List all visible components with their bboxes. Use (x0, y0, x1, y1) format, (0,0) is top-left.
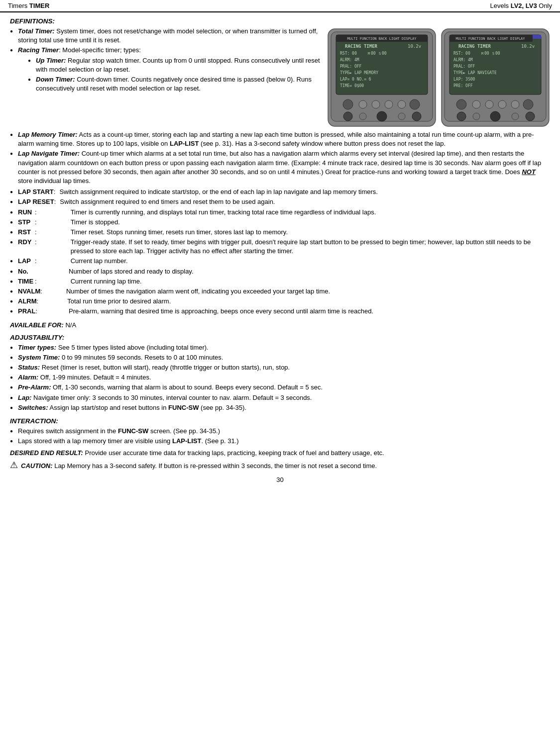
def-desc-stp: Timer is stopped. (71, 218, 550, 227)
header-right: Levels LV2, LV3 Only (490, 2, 552, 9)
def-term-rst: RST (10, 228, 35, 237)
header-left-bold: TIMER (29, 2, 49, 9)
svg-point-20 (385, 100, 393, 108)
adj-status-term: Status: (18, 364, 40, 371)
def-desc-lap: Current lap number. (71, 257, 550, 266)
def-term-time: TIME (10, 277, 35, 286)
def-term-nvalm: NVALM (10, 287, 40, 296)
up-timer-desc: Regular stop watch timer. Counts up from… (36, 57, 320, 73)
svg-point-50 (511, 100, 519, 108)
def-down-timer: Down Timer: Count-down timer. Counts neg… (28, 75, 322, 93)
def-term-lap-reset: LAP RESET (10, 197, 54, 206)
svg-text:PRAL: OFF: PRAL: OFF (453, 64, 475, 69)
adj-pre-alarm: Pre-Alarm: Off, 1-30 seconds, warning th… (10, 383, 550, 392)
def-term-alrm: ALRM (10, 297, 37, 306)
svg-point-23 (343, 112, 352, 121)
def-term-lap: LAP (10, 257, 35, 266)
total-timer-term: Total Timer: (18, 27, 55, 35)
adj-switches: Switches: Assign lap start/stop and rese… (10, 403, 550, 412)
def-term-lap-start: LAP START (10, 188, 54, 196)
lap-navigate-desc: Count-up timer which alarms at a set tot… (18, 150, 541, 185)
adj-status-desc: Reset (timer is reset, button will start… (42, 364, 290, 371)
adj-alarm: Alarm: Off, 1-99 minutes. Default = 4 mi… (10, 373, 550, 382)
adj-lap: Lap: Navigate timer only: 3 seconds to 3… (10, 393, 550, 402)
svg-point-51 (523, 99, 533, 109)
timer1-image: MULTI FUNCTION BACK LIGHT DISPLAY RACING… (327, 28, 437, 127)
svg-point-55 (512, 113, 519, 120)
def-term-no: No. (10, 267, 35, 276)
def-desc-alrm: Total run time prior to desired alarm. (67, 297, 550, 306)
def-rdy: RDY : Trigger-ready state. If set to rea… (10, 238, 550, 256)
timer2-image: MULTI FUNCTION BACK LIGHT DISPLAY RACING… (441, 28, 550, 127)
def-total-timer: Total Timer: System timer, does not rese… (10, 27, 322, 45)
def-nvalm: NVALM : Number of times the navigation a… (10, 287, 550, 296)
top-section: Total Timer: System timer, does not rese… (10, 27, 550, 127)
def-desc-time: Current running lap time. (71, 277, 550, 286)
svg-text:ALRM:    4M: ALRM: 4M (453, 58, 473, 62)
available-for-title: AVAILABLE FOR: (10, 321, 64, 329)
svg-point-48 (485, 100, 493, 108)
svg-text:10.2v: 10.2v (408, 44, 421, 49)
lap-memory-desc: Acts as a count-up timer, storing each l… (18, 131, 534, 147)
svg-text:10.2v: 10.2v (521, 44, 535, 49)
adj-system-time-desc: 0 to 99 minutes 59 seconds. Resets to 0 … (62, 354, 223, 361)
svg-point-54 (490, 111, 500, 121)
header-right-bold: LV2, LV3 (511, 2, 537, 9)
header-right-suffix: Only (537, 2, 552, 9)
timer-images-block: MULTI FUNCTION BACK LIGHT DISPLAY RACING… (327, 28, 550, 127)
svg-text:LAP:     3S00: LAP: 3S00 (453, 77, 475, 82)
adj-status: Status: Reset (timer is reset, button wi… (10, 363, 550, 372)
racing-timer-sub: Up Timer: Regular stop watch timer. Coun… (28, 56, 322, 94)
main-content: DEFINITIONS: Total Timer: System timer, … (0, 12, 560, 491)
adj-alarm-desc: Off, 1-99 minutes. Default = 4 minutes. (40, 374, 151, 381)
svg-point-26 (398, 113, 405, 120)
svg-text:RST:  00: RST: 00 (453, 51, 470, 56)
svg-text:M: M (368, 52, 370, 56)
def-desc-lap-reset: Switch assignment required to end timers… (60, 197, 550, 206)
definitions-list: Total Timer: System timer, does not rese… (10, 27, 322, 93)
adjustability-title: ADJUSTABILITY: (10, 334, 550, 341)
svg-text:MULTI  FUNCTION  BACK  LIGHT  : MULTI FUNCTION BACK LIGHT DISPLAY (455, 37, 525, 41)
def-term-pral: PRAL (10, 307, 35, 316)
svg-text:MULTI  FUNCTION  BACK  LIGHT  : MULTI FUNCTION BACK LIGHT DISPLAY (347, 37, 417, 41)
svg-text:PRAL: OFF: PRAL: OFF (340, 64, 362, 69)
def-desc-lap-start: Switch assignment required to indicate s… (59, 188, 550, 196)
svg-point-53 (473, 113, 480, 120)
svg-text:RACING TIMER: RACING TIMER (458, 44, 491, 49)
def-desc-run: Timer is currently running, and displays… (71, 208, 550, 217)
interaction-item-1: Requires switch assignment in the FUNC-S… (10, 427, 550, 436)
def-lap-start: LAP START : Switch assignment required t… (10, 188, 550, 196)
available-for-value: N/A (64, 321, 76, 329)
caution-row: ⚠ CAUTION: Lap Memory has a 3-second saf… (10, 462, 550, 471)
svg-point-27 (412, 112, 421, 121)
def-desc-pral: Pre-alarm, warning that desired time is … (69, 307, 550, 316)
adj-switches-desc: Assign lap start/stop and reset buttons … (50, 404, 246, 411)
desired-end-text: Provide user accurate time data for trac… (83, 449, 384, 457)
svg-text:PRE: OFF: PRE: OFF (453, 84, 473, 88)
def-lap: LAP : Current lap number. (10, 257, 550, 266)
def-no: No. Number of laps stored and ready to d… (10, 267, 550, 276)
def-desc-rdy: Trigger-ready state. If set to ready, ti… (71, 238, 550, 256)
interaction-list: Requires switch assignment in the FUNC-S… (10, 427, 550, 446)
adj-timer-types-desc: See 5 timer types listed above (includin… (58, 344, 209, 351)
header-right-plain: Levels (490, 2, 510, 9)
svg-text:ALRM:    4M: ALRM: 4M (340, 58, 359, 62)
adj-lap-term: Lap: (18, 394, 31, 401)
def-lap-navigate: Lap Navigate Timer: Count-up timer which… (10, 149, 550, 186)
def-lap-memory: Lap Memory Timer: Acts as a count-up tim… (10, 130, 550, 148)
caution-desc: Lap Memory has a 3-second safety. If but… (53, 462, 377, 470)
svg-text:TYPE► LAP MEMORY: TYPE► LAP MEMORY (340, 71, 378, 75)
caution-text: CAUTION: Lap Memory has a 3-second safet… (21, 462, 377, 471)
adj-switches-term: Switches: (18, 404, 48, 411)
def-term-stp: STP (10, 218, 35, 227)
svg-point-25 (377, 111, 387, 121)
svg-text:S: S (379, 52, 381, 56)
svg-point-52 (457, 112, 466, 121)
total-timer-desc: System timer, does not reset/change with… (18, 27, 318, 44)
svg-text:RST:  00: RST: 00 (340, 51, 357, 56)
desired-end-title: DESIRED END RESULT: (10, 449, 83, 457)
definition-list: LAP START : Switch assignment required t… (10, 188, 550, 316)
adj-system-time-term: System Time: (18, 354, 60, 361)
svg-point-47 (472, 100, 480, 108)
def-desc-no: Number of laps stored and ready to displ… (69, 267, 550, 276)
